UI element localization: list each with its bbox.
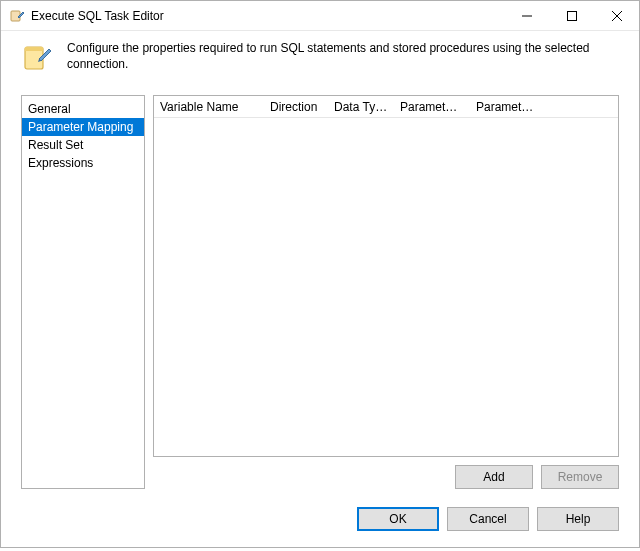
info-text: Configure the properties required to run… xyxy=(67,41,619,72)
window-controls xyxy=(504,1,639,30)
col-data-type[interactable]: Data Type xyxy=(328,100,394,114)
nav-item-result-set[interactable]: Result Set xyxy=(22,136,144,154)
grid-body[interactable] xyxy=(154,118,618,456)
grid-header: Variable Name Direction Data Type Parame… xyxy=(154,96,618,118)
svg-rect-1 xyxy=(567,11,576,20)
footer: OK Cancel Help xyxy=(1,493,639,547)
col-variable-name[interactable]: Variable Name xyxy=(154,100,264,114)
content-panel: Variable Name Direction Data Type Parame… xyxy=(153,95,619,489)
svg-rect-3 xyxy=(25,47,43,51)
add-button[interactable]: Add xyxy=(455,465,533,489)
nav-item-general[interactable]: General xyxy=(22,100,144,118)
remove-button: Remove xyxy=(541,465,619,489)
window-title: Execute SQL Task Editor xyxy=(31,9,164,23)
col-direction[interactable]: Direction xyxy=(264,100,328,114)
dialog-window: Execute SQL Task Editor Configure the pr… xyxy=(0,0,640,548)
task-icon xyxy=(21,41,53,73)
cancel-button[interactable]: Cancel xyxy=(447,507,529,531)
app-icon xyxy=(9,8,25,24)
help-button[interactable]: Help xyxy=(537,507,619,531)
parameter-grid: Variable Name Direction Data Type Parame… xyxy=(153,95,619,457)
nav-item-parameter-mapping[interactable]: Parameter Mapping xyxy=(22,118,144,136)
nav-panel: General Parameter Mapping Result Set Exp… xyxy=(21,95,145,489)
col-parameter-2[interactable]: Parameter ... xyxy=(470,100,546,114)
minimize-button[interactable] xyxy=(504,1,549,30)
nav-item-expressions[interactable]: Expressions xyxy=(22,154,144,172)
close-button[interactable] xyxy=(594,1,639,30)
body-area: General Parameter Mapping Result Set Exp… xyxy=(1,85,639,493)
ok-button[interactable]: OK xyxy=(357,507,439,531)
titlebar: Execute SQL Task Editor xyxy=(1,1,639,31)
info-strip: Configure the properties required to run… xyxy=(1,31,639,85)
maximize-button[interactable] xyxy=(549,1,594,30)
col-parameter-1[interactable]: Parameter ... xyxy=(394,100,470,114)
grid-buttons: Add Remove xyxy=(153,457,619,489)
